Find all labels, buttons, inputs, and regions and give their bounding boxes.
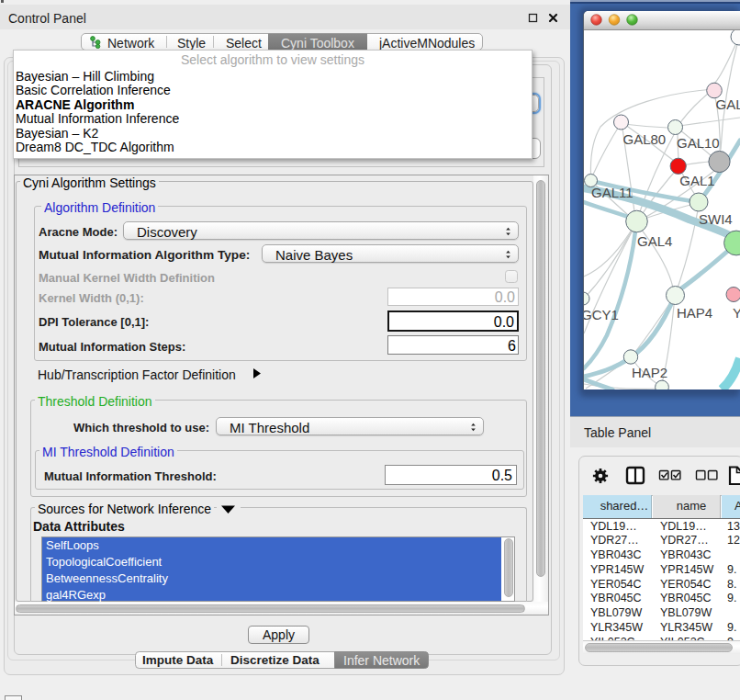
svg-text:HAP2: HAP2 [632,365,667,380]
svg-text:SWI4: SWI4 [699,211,733,227]
svg-text:HAP4: HAP4 [677,305,712,321]
svg-text:GAL4: GAL4 [637,233,672,249]
svg-text:GAL2: GAL2 [716,96,740,112]
svg-text:GAL1: GAL1 [679,173,714,188]
svg-text:Y: Y [733,305,740,321]
svg-text:GAL80: GAL80 [623,131,667,147]
svg-text:GCY1: GCY1 [584,307,619,322]
svg-text:GAL10: GAL10 [677,135,720,151]
svg-text:GAL11: GAL11 [591,185,633,200]
